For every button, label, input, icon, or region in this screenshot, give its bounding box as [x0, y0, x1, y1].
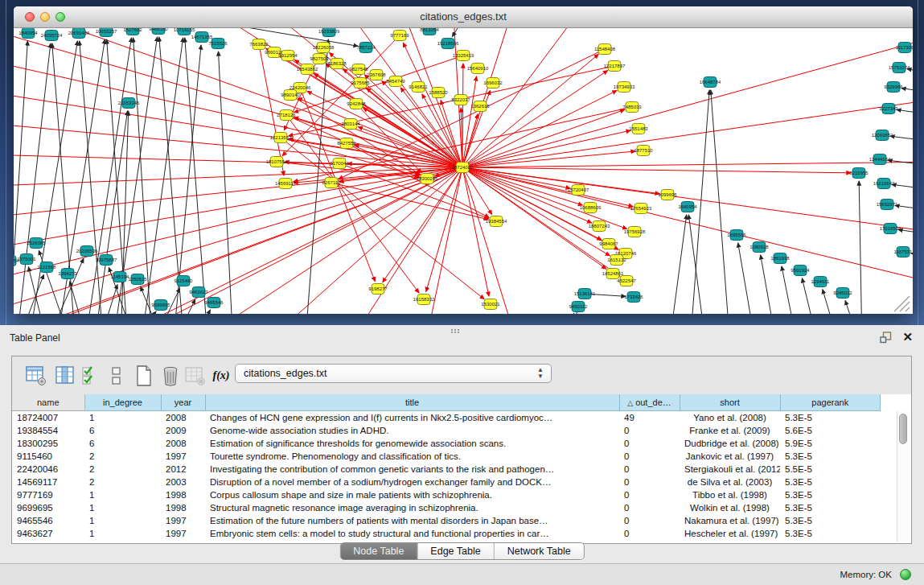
graph-edge[interactable]: [897, 109, 913, 116]
graph-edge[interactable]: [464, 172, 531, 314]
graph-edge[interactable]: [467, 130, 630, 167]
graph-edge[interactable]: [890, 136, 913, 142]
close-panel-icon[interactable]: ✕: [902, 330, 913, 344]
graph-edge[interactable]: [892, 184, 913, 191]
panel-splitter-handle[interactable]: [450, 320, 463, 326]
graph-edge[interactable]: [322, 171, 460, 314]
graph-edge[interactable]: [133, 38, 153, 314]
tab-node-table[interactable]: Node Table: [340, 543, 417, 559]
table-selector-dropdown[interactable]: citations_edges.txt ▲▼: [235, 364, 552, 383]
graph-edge[interactable]: [14, 168, 458, 289]
graph-edge[interactable]: [462, 64, 463, 163]
graph-edge[interactable]: [141, 38, 183, 314]
graph-edge[interactable]: [185, 38, 209, 314]
graph-edge[interactable]: [452, 28, 483, 37]
graph-node-label: 9146821: [409, 84, 428, 89]
table-cell: 2009: [161, 424, 205, 437]
graph-edge[interactable]: [336, 183, 488, 219]
graph-edge[interactable]: [351, 146, 489, 218]
graph-edge[interactable]: [32, 170, 458, 314]
window-resize-grip[interactable]: [894, 296, 910, 311]
new-table-icon[interactable]: [133, 365, 155, 387]
graph-edge[interactable]: [467, 109, 625, 166]
column-header-out_de[interactable]: △out_de…: [619, 394, 680, 411]
graph-node-label: 21053346: [118, 101, 140, 105]
column-header-year[interactable]: year: [161, 394, 205, 411]
graph-edge[interactable]: [403, 43, 460, 163]
graph-edge[interactable]: [901, 89, 913, 94]
graph-edge[interactable]: [159, 37, 185, 314]
graph-edge[interactable]: [14, 169, 458, 314]
graph-edge[interactable]: [14, 168, 458, 255]
graph-edge[interactable]: [466, 28, 611, 163]
table-cell: 5.3E-5: [780, 514, 881, 527]
network-canvas[interactable]: 1872400776638229660128591295418226058982…: [14, 28, 913, 314]
graph-edge[interactable]: [39, 250, 72, 314]
column-header-title[interactable]: title: [205, 394, 619, 411]
table-cell: 0: [619, 424, 680, 437]
table-row[interactable]: 977716911998Corpus callosum shape and si…: [12, 488, 881, 501]
graph-node-label: 16033809: [318, 29, 340, 34]
column-header-name[interactable]: name: [12, 394, 84, 411]
tab-network-table[interactable]: Network Table: [494, 543, 584, 559]
table-cell: 0: [619, 501, 680, 514]
graph-edge[interactable]: [219, 51, 233, 314]
graph-edge[interactable]: [845, 301, 860, 314]
graph-edge[interactable]: [14, 169, 458, 314]
graph-edge[interactable]: [738, 243, 756, 314]
graph-node-label: 1696032: [483, 80, 503, 85]
table-row[interactable]: 1830029562008Estimation of significance …: [12, 437, 881, 450]
graph-edge[interactable]: [888, 160, 913, 167]
function-builder-icon[interactable]: f(x): [210, 365, 232, 387]
graph-edge[interactable]: [467, 162, 913, 167]
graph-edge[interactable]: [173, 45, 201, 314]
graph-node-label: 15751074: [889, 65, 910, 70]
table-row[interactable]: 2242004622012Investigating the contribut…: [12, 463, 881, 476]
graph-edge[interactable]: [553, 313, 574, 314]
scrollbar-thumb[interactable]: [899, 414, 907, 444]
graph-edge[interactable]: [183, 310, 210, 314]
graph-edge[interactable]: [463, 76, 477, 163]
graph-edge[interactable]: [859, 181, 862, 314]
table-cell: 5.6E-5: [780, 424, 881, 437]
graph-edge[interactable]: [467, 33, 913, 166]
memory-status-indicator[interactable]: [900, 569, 911, 580]
graph-edge[interactable]: [14, 41, 27, 314]
graph-node-label: 1145194: [111, 274, 130, 279]
table-cell: Disruption of a novel member of a sodium…: [205, 476, 619, 488]
table-settings-icon[interactable]: [25, 365, 47, 387]
column-header-pagerank[interactable]: pagerank: [780, 394, 881, 411]
tab-edge-table[interactable]: Edge Table: [417, 543, 493, 559]
graph-node-label: 9591924: [791, 268, 810, 273]
column-header-in_degree[interactable]: in_degree: [84, 394, 161, 411]
graph-edge[interactable]: [14, 86, 458, 167]
network-window-titlebar[interactable]: citations_edges.txt: [14, 6, 913, 28]
graph-node-label: 1695566: [727, 233, 746, 237]
table-row[interactable]: 1456911722003Disruption of a novel membe…: [12, 476, 881, 488]
graph-edge[interactable]: [294, 57, 458, 113]
float-panel-icon[interactable]: [880, 332, 892, 344]
column-header-short[interactable]: short: [680, 394, 780, 411]
graph-edge[interactable]: [669, 215, 687, 314]
table-row[interactable]: 969969511998Structural magnetic resonanc…: [12, 501, 881, 514]
table-vertical-scrollbar[interactable]: [897, 411, 910, 542]
graph-edge[interactable]: [14, 169, 458, 314]
table-row[interactable]: 911546021997Tourette syndrome. Phenomeno…: [12, 450, 881, 463]
graph-edge[interactable]: [463, 172, 489, 296]
select-rows-icon[interactable]: [80, 365, 103, 387]
graph-edge[interactable]: [302, 93, 375, 282]
graph-edge[interactable]: [467, 167, 851, 173]
graph-edge[interactable]: [16, 43, 51, 314]
graph-edge[interactable]: [688, 215, 706, 314]
row-height-icon[interactable]: [105, 365, 128, 387]
delete-attributes-icon[interactable]: [159, 365, 182, 387]
table-row[interactable]: 1872400712008Changes of HCN gene express…: [12, 411, 881, 425]
table-row[interactable]: 946554611997Estimation of the future num…: [12, 514, 881, 527]
show-columns-icon[interactable]: [54, 365, 76, 387]
graph-edge[interactable]: [426, 172, 462, 292]
table-row[interactable]: 1938455462009Genome-wide association stu…: [12, 424, 881, 437]
table-cell: Tibbo et al. (1998): [680, 488, 780, 501]
graph-edge[interactable]: [761, 255, 777, 314]
table-row[interactable]: 946362711997Embryonic stem cells: a mode…: [12, 527, 881, 540]
graph-node-label: 2803144: [341, 122, 360, 126]
